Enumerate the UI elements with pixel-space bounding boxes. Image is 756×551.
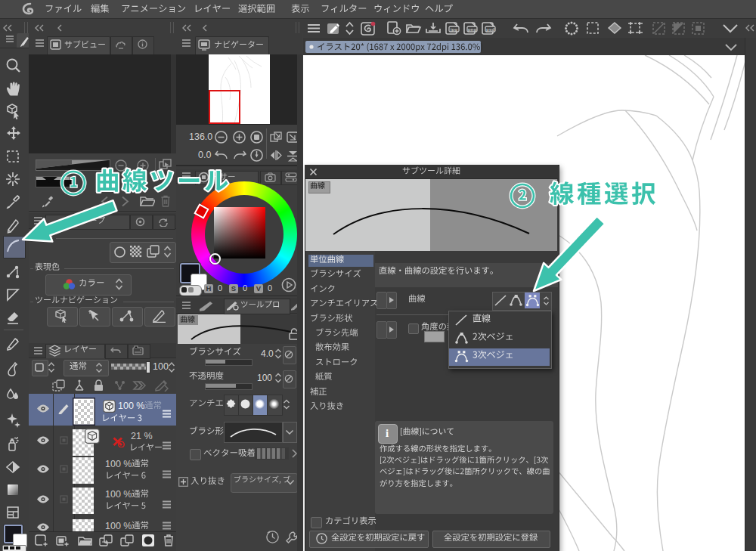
- svg-text:jpg: jpg: [450, 26, 457, 32]
- svg-text:png: png: [468, 26, 477, 32]
- svg-text:psd: psd: [486, 26, 494, 32]
